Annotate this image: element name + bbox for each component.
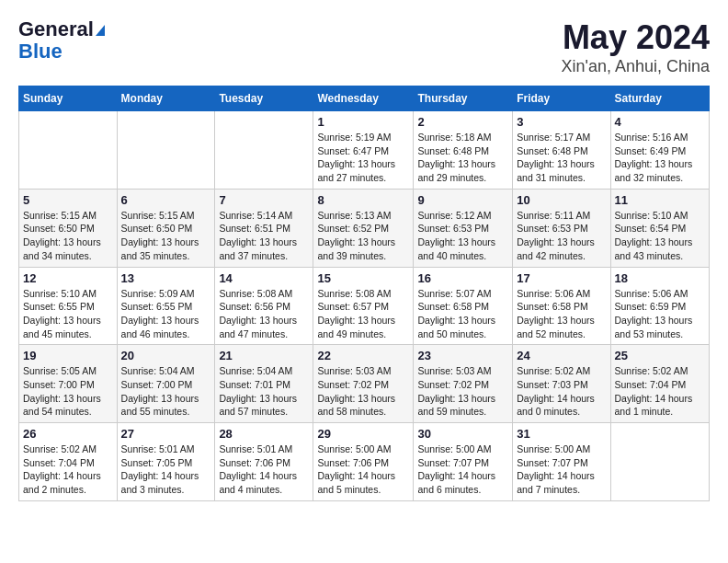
calendar-cell: 22Sunrise: 5:03 AMSunset: 7:02 PMDayligh… [313,345,414,423]
day-number: 29 [317,427,409,441]
day-info: Sunrise: 5:09 AMSunset: 6:55 PMDaylight:… [121,287,211,341]
day-number: 2 [417,115,508,129]
day-number: 13 [121,271,211,285]
header-day: Saturday [610,86,709,111]
day-number: 5 [23,193,113,207]
calendar-cell [610,423,709,501]
day-number: 8 [317,193,409,207]
calendar-cell: 24Sunrise: 5:02 AMSunset: 7:03 PMDayligh… [513,345,610,423]
day-number: 17 [517,271,606,285]
calendar-cell [117,111,215,190]
day-info: Sunrise: 5:05 AMSunset: 7:00 PMDaylight:… [23,364,113,419]
day-info: Sunrise: 5:00 AMSunset: 7:06 PMDaylight:… [317,442,409,497]
day-info: Sunrise: 5:12 AMSunset: 6:53 PMDaylight:… [417,209,508,263]
calendar-cell: 1Sunrise: 5:19 AMSunset: 6:47 PMDaylight… [313,111,414,190]
day-number: 14 [219,271,309,285]
day-number: 6 [121,193,211,207]
day-info: Sunrise: 5:15 AMSunset: 6:50 PMDaylight:… [121,209,211,263]
calendar-cell: 5Sunrise: 5:15 AMSunset: 6:50 PMDaylight… [19,189,118,267]
calendar-cell: 9Sunrise: 5:12 AMSunset: 6:53 PMDaylight… [414,189,513,267]
header-day: Monday [117,86,215,111]
calendar-cell [215,111,313,190]
calendar-cell: 2Sunrise: 5:18 AMSunset: 6:48 PMDaylight… [414,111,513,190]
calendar-week-row: 1Sunrise: 5:19 AMSunset: 6:47 PMDaylight… [19,111,710,190]
calendar-header: SundayMondayTuesdayWednesdayThursdayFrid… [19,86,710,111]
day-info: Sunrise: 5:10 AMSunset: 6:55 PMDaylight:… [23,287,113,341]
calendar-cell: 23Sunrise: 5:03 AMSunset: 7:02 PMDayligh… [414,345,513,423]
day-info: Sunrise: 5:00 AMSunset: 7:07 PMDaylight:… [517,442,606,497]
day-number: 20 [121,349,211,362]
calendar-cell: 28Sunrise: 5:01 AMSunset: 7:06 PMDayligh… [215,423,313,501]
calendar-cell: 15Sunrise: 5:08 AMSunset: 6:57 PMDayligh… [313,267,414,345]
title-block: May 2024 Xin'an, Anhui, China [561,18,710,76]
day-info: Sunrise: 5:07 AMSunset: 6:58 PMDaylight:… [417,287,508,341]
header-day: Wednesday [313,86,414,111]
logo: General Blue [18,18,105,63]
calendar-cell: 16Sunrise: 5:07 AMSunset: 6:58 PMDayligh… [414,267,513,345]
header-day: Friday [513,86,610,111]
day-number: 25 [615,349,705,362]
day-info: Sunrise: 5:02 AMSunset: 7:03 PMDaylight:… [517,364,606,419]
calendar-cell: 10Sunrise: 5:11 AMSunset: 6:53 PMDayligh… [513,189,610,267]
day-info: Sunrise: 5:00 AMSunset: 7:07 PMDaylight:… [417,442,508,497]
day-info: Sunrise: 5:11 AMSunset: 6:53 PMDaylight:… [517,209,606,263]
calendar-cell: 12Sunrise: 5:10 AMSunset: 6:55 PMDayligh… [19,267,118,345]
calendar-cell: 26Sunrise: 5:02 AMSunset: 7:04 PMDayligh… [19,423,118,501]
day-info: Sunrise: 5:02 AMSunset: 7:04 PMDaylight:… [23,442,113,497]
page-header: General Blue May 2024 Xin'an, Anhui, Chi… [18,18,710,76]
calendar-week-row: 19Sunrise: 5:05 AMSunset: 7:00 PMDayligh… [19,345,710,423]
day-info: Sunrise: 5:18 AMSunset: 6:48 PMDaylight:… [417,131,508,185]
calendar-cell: 3Sunrise: 5:17 AMSunset: 6:48 PMDaylight… [513,111,610,190]
calendar-week-row: 26Sunrise: 5:02 AMSunset: 7:04 PMDayligh… [19,423,710,501]
calendar-week-row: 12Sunrise: 5:10 AMSunset: 6:55 PMDayligh… [19,267,710,345]
calendar-cell: 14Sunrise: 5:08 AMSunset: 6:56 PMDayligh… [215,267,313,345]
day-number: 19 [23,349,113,362]
day-info: Sunrise: 5:08 AMSunset: 6:57 PMDaylight:… [317,287,409,341]
calendar-cell [19,111,118,190]
calendar-cell: 11Sunrise: 5:10 AMSunset: 6:54 PMDayligh… [610,189,709,267]
calendar-cell: 25Sunrise: 5:02 AMSunset: 7:04 PMDayligh… [610,345,709,423]
day-info: Sunrise: 5:04 AMSunset: 7:01 PMDaylight:… [219,364,309,419]
calendar-cell: 20Sunrise: 5:04 AMSunset: 7:00 PMDayligh… [117,345,215,423]
day-number: 11 [615,193,705,207]
logo-general: General [18,18,105,40]
day-info: Sunrise: 5:03 AMSunset: 7:02 PMDaylight:… [417,364,508,419]
day-number: 1 [317,115,409,129]
calendar-cell: 8Sunrise: 5:13 AMSunset: 6:52 PMDaylight… [313,189,414,267]
calendar-cell: 7Sunrise: 5:14 AMSunset: 6:51 PMDaylight… [215,189,313,267]
calendar-cell: 4Sunrise: 5:16 AMSunset: 6:49 PMDaylight… [610,111,709,190]
day-info: Sunrise: 5:03 AMSunset: 7:02 PMDaylight:… [317,364,409,419]
day-number: 3 [517,115,606,129]
calendar-cell: 29Sunrise: 5:00 AMSunset: 7:06 PMDayligh… [313,423,414,501]
calendar-cell: 30Sunrise: 5:00 AMSunset: 7:07 PMDayligh… [414,423,513,501]
calendar-cell: 27Sunrise: 5:01 AMSunset: 7:05 PMDayligh… [117,423,215,501]
day-number: 24 [517,349,606,362]
day-info: Sunrise: 5:01 AMSunset: 7:05 PMDaylight:… [121,442,211,497]
calendar-table: SundayMondayTuesdayWednesdayThursdayFrid… [18,86,710,501]
calendar-cell: 19Sunrise: 5:05 AMSunset: 7:00 PMDayligh… [19,345,118,423]
calendar-cell: 13Sunrise: 5:09 AMSunset: 6:55 PMDayligh… [117,267,215,345]
calendar-cell: 21Sunrise: 5:04 AMSunset: 7:01 PMDayligh… [215,345,313,423]
day-number: 16 [417,271,508,285]
header-row: SundayMondayTuesdayWednesdayThursdayFrid… [19,86,710,111]
header-day: Thursday [414,86,513,111]
day-number: 10 [517,193,606,207]
calendar-cell: 31Sunrise: 5:00 AMSunset: 7:07 PMDayligh… [513,423,610,501]
header-day: Tuesday [215,86,313,111]
day-info: Sunrise: 5:08 AMSunset: 6:56 PMDaylight:… [219,287,309,341]
day-number: 28 [219,427,309,441]
day-info: Sunrise: 5:06 AMSunset: 6:58 PMDaylight:… [517,287,606,341]
day-info: Sunrise: 5:17 AMSunset: 6:48 PMDaylight:… [517,131,606,185]
day-number: 18 [615,271,705,285]
day-info: Sunrise: 5:16 AMSunset: 6:49 PMDaylight:… [615,131,705,185]
logo-blue: Blue [18,40,63,63]
calendar-week-row: 5Sunrise: 5:15 AMSunset: 6:50 PMDaylight… [19,189,710,267]
calendar-body: 1Sunrise: 5:19 AMSunset: 6:47 PMDaylight… [19,111,710,501]
calendar-title: May 2024 [561,18,710,57]
day-info: Sunrise: 5:15 AMSunset: 6:50 PMDaylight:… [23,209,113,263]
day-info: Sunrise: 5:04 AMSunset: 7:00 PMDaylight:… [121,364,211,419]
day-number: 4 [615,115,705,129]
day-number: 15 [317,271,409,285]
day-info: Sunrise: 5:14 AMSunset: 6:51 PMDaylight:… [219,209,309,263]
header-day: Sunday [19,86,118,111]
